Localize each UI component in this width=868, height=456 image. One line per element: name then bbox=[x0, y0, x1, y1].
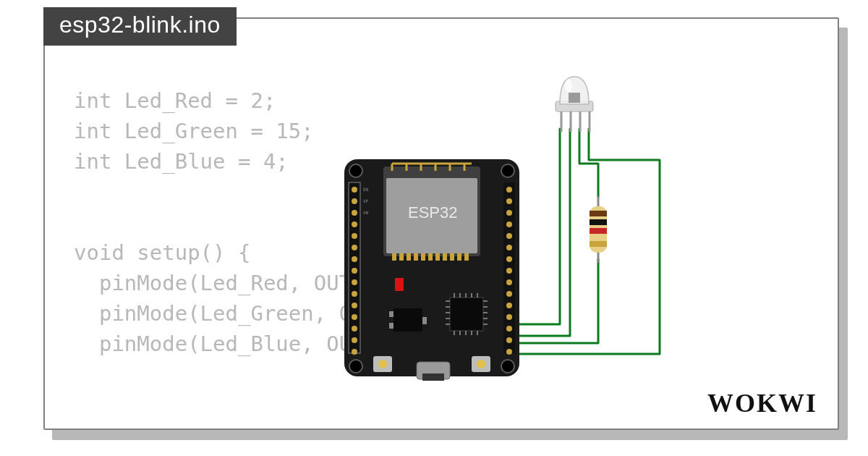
svg-point-13 bbox=[352, 268, 357, 274]
svg-text:VP: VP bbox=[363, 198, 369, 203]
svg-rect-46 bbox=[421, 253, 425, 261]
preview-card: int Led_Red = 2; int Led_Green = 15; int… bbox=[43, 17, 839, 430]
svg-point-19 bbox=[352, 337, 357, 343]
svg-rect-44 bbox=[407, 253, 411, 261]
svg-rect-77 bbox=[389, 323, 393, 329]
boot-button[interactable] bbox=[373, 356, 392, 372]
svg-rect-78 bbox=[422, 317, 427, 324]
svg-point-84 bbox=[477, 360, 485, 368]
svg-point-25 bbox=[506, 221, 512, 227]
svg-rect-75 bbox=[393, 308, 422, 332]
svg-point-23 bbox=[506, 198, 512, 204]
code-line: int Led_Red = 2; bbox=[74, 88, 276, 113]
svg-rect-42 bbox=[392, 253, 396, 261]
wokwi-logo: WOKWI bbox=[707, 388, 817, 418]
svg-rect-47 bbox=[428, 253, 433, 261]
svg-rect-51 bbox=[457, 253, 461, 261]
svg-point-17 bbox=[352, 314, 357, 320]
svg-point-26 bbox=[506, 233, 512, 239]
svg-point-18 bbox=[352, 326, 357, 332]
svg-point-15 bbox=[352, 291, 357, 297]
svg-rect-45 bbox=[414, 253, 418, 261]
board-label: ESP32 bbox=[408, 203, 458, 221]
svg-rect-53 bbox=[395, 278, 404, 291]
svg-point-14 bbox=[352, 279, 357, 285]
svg-point-82 bbox=[378, 360, 387, 368]
esp32-board[interactable]: ENVPVN ESP32 bbox=[341, 156, 522, 381]
svg-rect-88 bbox=[590, 219, 607, 225]
svg-point-36 bbox=[506, 349, 512, 355]
svg-point-30 bbox=[506, 279, 512, 285]
svg-rect-90 bbox=[590, 241, 607, 247]
svg-point-29 bbox=[506, 268, 512, 274]
svg-point-8 bbox=[352, 210, 357, 216]
svg-rect-80 bbox=[422, 373, 444, 381]
svg-point-3 bbox=[349, 360, 362, 373]
svg-point-97 bbox=[565, 79, 572, 92]
circuit-canvas[interactable]: ENVPVN ESP32 bbox=[312, 69, 819, 395]
svg-point-22 bbox=[506, 187, 512, 193]
svg-point-7 bbox=[352, 198, 357, 204]
svg-rect-76 bbox=[389, 311, 393, 317]
svg-point-16 bbox=[352, 303, 357, 308]
svg-point-2 bbox=[501, 164, 514, 177]
svg-rect-49 bbox=[443, 253, 447, 261]
en-button[interactable] bbox=[472, 356, 490, 372]
svg-point-20 bbox=[352, 349, 357, 355]
svg-point-33 bbox=[506, 314, 512, 320]
svg-point-32 bbox=[506, 303, 512, 308]
svg-point-6 bbox=[352, 187, 357, 193]
svg-text:VN: VN bbox=[363, 210, 369, 215]
svg-point-34 bbox=[506, 326, 512, 332]
code-line: int Led_Green = 15; bbox=[74, 119, 314, 143]
code-line: int Led_Blue = 4; bbox=[74, 149, 289, 174]
svg-point-10 bbox=[352, 233, 357, 239]
svg-rect-54 bbox=[450, 297, 483, 331]
svg-rect-89 bbox=[590, 228, 607, 234]
svg-point-12 bbox=[352, 256, 357, 262]
svg-point-31 bbox=[506, 291, 512, 297]
svg-point-1 bbox=[349, 164, 362, 177]
svg-rect-52 bbox=[464, 253, 469, 261]
svg-rect-50 bbox=[450, 253, 454, 261]
svg-rect-98 bbox=[569, 93, 580, 103]
svg-text:EN: EN bbox=[363, 187, 369, 192]
svg-point-24 bbox=[506, 210, 512, 216]
svg-point-11 bbox=[352, 245, 357, 250]
svg-point-4 bbox=[501, 360, 514, 373]
file-tab[interactable]: esp32-blink.ino bbox=[43, 7, 237, 46]
svg-rect-48 bbox=[435, 253, 440, 261]
svg-point-35 bbox=[506, 337, 512, 343]
svg-point-9 bbox=[352, 221, 357, 227]
svg-point-27 bbox=[506, 245, 512, 250]
resistor[interactable] bbox=[587, 196, 609, 263]
svg-rect-87 bbox=[590, 211, 607, 216]
code-line: void setup() { bbox=[74, 240, 250, 265]
svg-point-28 bbox=[506, 256, 512, 262]
rgb-led[interactable] bbox=[551, 72, 597, 138]
svg-rect-43 bbox=[399, 253, 404, 261]
